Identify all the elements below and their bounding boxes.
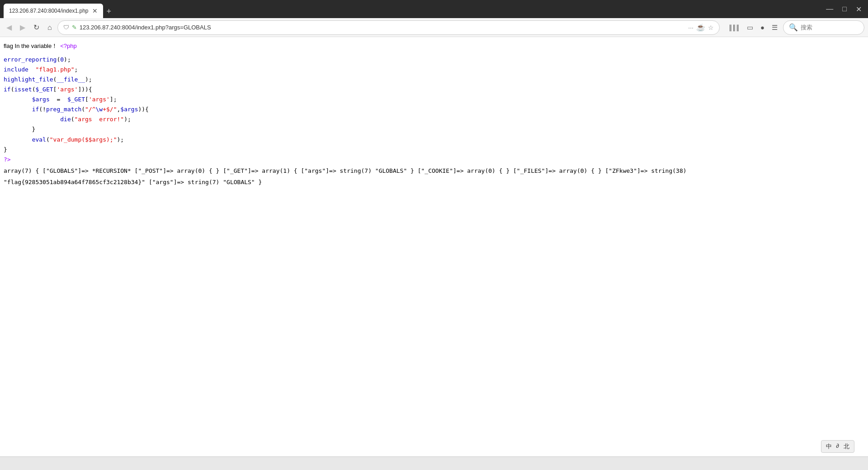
page-content: flag In the variable！ <?php error_report… [0,37,868,470]
ime-indicator: 中 ∂ 北 [821,440,854,453]
code-line-4: if(isset($_GET['args'])){ [4,85,864,95]
edit-icon: ✎ [72,24,77,31]
forward-button[interactable]: ▶ [17,21,28,33]
tab-close-button[interactable]: ✕ [92,7,98,14]
account-button[interactable]: ● [758,22,767,33]
security-icon: 🛡 [63,24,69,31]
ime-label-1[interactable]: 中 [826,442,832,451]
back-icon: ◀ [6,24,12,31]
taskbar [0,456,868,470]
code-line-2: include "flag1.php"; [4,65,864,75]
forward-icon: ▶ [20,24,25,31]
code-line-1: error_reporting(0); [4,55,864,65]
active-tab[interactable]: 123.206.87.240:8004/index1.php ✕ [4,4,103,18]
pocket-icon[interactable]: ☕ [696,23,705,32]
tab-bar: 123.206.87.240:8004/index1.php ✕ + [4,0,821,18]
options-icon[interactable]: ··· [688,24,693,31]
bookmark-icon[interactable]: ☆ [708,24,714,31]
ime-label-3[interactable]: 北 [844,442,849,451]
home-icon: ⌂ [47,24,52,31]
window-controls: — □ ✕ [823,4,864,14]
library-button[interactable]: ∥∥∥ [726,22,742,33]
code-line-8: } [4,124,864,134]
ime-label-2[interactable]: ∂ [836,442,839,451]
menu-button[interactable]: ☰ [769,22,780,33]
navigation-bar: ◀ ▶ ↻ ⌂ 🛡 ✎ ··· ☕ ☆ ∥∥∥ ▭ ● ☰ 🔍 [0,18,868,37]
code-line-7: die("args error!"); [4,114,864,124]
minimize-button[interactable]: — [823,4,836,14]
reload-button[interactable]: ↻ [31,21,42,33]
search-box-container[interactable]: 🔍 [783,20,864,35]
output-line-2: "flag{92853051ab894a64f7865cf3c2128b34}"… [4,178,864,187]
code-line-9: eval("var_dump($$args);"); [4,135,864,145]
php-open-tag: <?php [60,42,77,51]
address-bar-container[interactable]: 🛡 ✎ ··· ☕ ☆ [57,20,720,35]
right-toolbar: ∥∥∥ ▭ ● ☰ [726,22,780,33]
search-input[interactable] [801,24,859,31]
flag-text: flag In the variable！ [4,42,57,51]
code-line-6: if(!preg_match("/^\w+$/",$args)){ [4,104,864,114]
address-bar[interactable] [80,24,686,31]
code-block: error_reporting(0); include "flag1.php";… [4,55,864,165]
close-window-button[interactable]: ✕ [853,4,864,14]
code-line-11: ?> [4,155,864,165]
new-tab-button[interactable]: + [103,5,115,18]
output-line-1: array(7) { ["GLOBALS"]=> *RECURSION* ["_… [4,166,864,176]
flag-line: flag In the variable！ <?php [4,42,864,51]
tab-title: 123.206.87.240:8004/index1.php [9,8,89,14]
address-actions: ··· ☕ ☆ [688,23,714,32]
sidebar-button[interactable]: ▭ [744,22,756,33]
code-line-10: } [4,145,864,155]
back-button[interactable]: ◀ [4,21,14,33]
reload-icon: ↻ [33,24,39,31]
browser-chrome: 123.206.87.240:8004/index1.php ✕ + — □ ✕ [0,0,868,18]
home-button[interactable]: ⌂ [45,22,55,33]
search-icon: 🔍 [789,23,798,32]
code-line-5: $args = $_GET['args']; [4,95,864,104]
maximize-button[interactable]: □ [840,4,849,14]
code-line-3: highlight_file(__file__); [4,75,864,85]
